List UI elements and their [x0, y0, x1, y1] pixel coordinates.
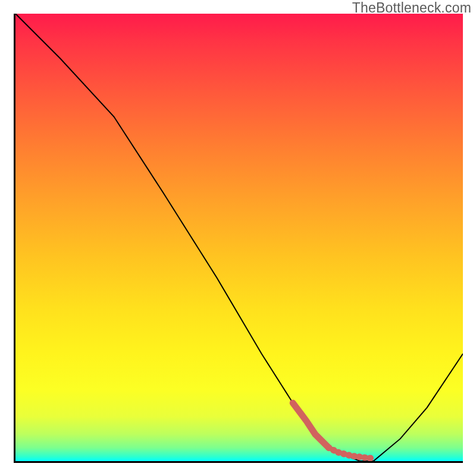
- highlight-path: [328, 447, 373, 458]
- plot-area: [14, 14, 463, 463]
- curve-path: [15, 14, 463, 461]
- chart-frame: TheBottleneck.com: [0, 0, 476, 476]
- highlight-path-lead: [293, 403, 328, 447]
- chart-svg: [15, 14, 463, 461]
